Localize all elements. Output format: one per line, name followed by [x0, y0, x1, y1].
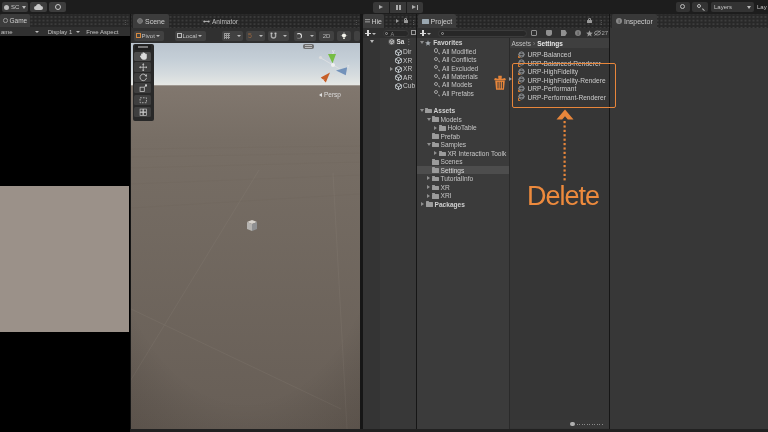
svg-text:y: y: [332, 48, 335, 54]
svg-text:z: z: [347, 63, 350, 69]
